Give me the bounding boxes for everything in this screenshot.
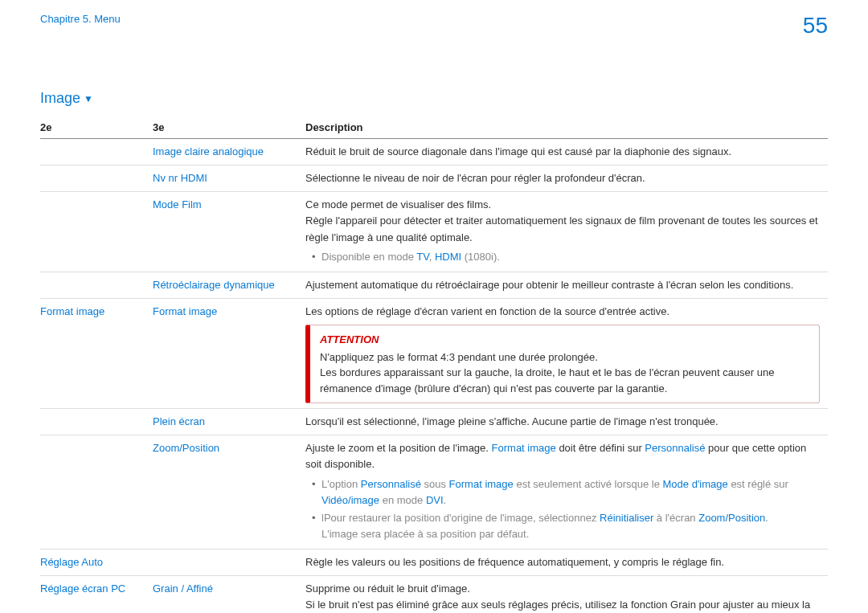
desc-line: Ajuste le zoom et la position de l'image… [305, 440, 820, 472]
description: Réduit le bruit de source diagonale dans… [305, 139, 828, 166]
menu-table: 2e 3e Description Image claire analogiqu… [40, 116, 828, 613]
attention-box: ATTENTION N'appliquez pas le format 4:3 … [305, 325, 820, 403]
table-row: Réglage Auto Règle les valeurs ou les po… [40, 550, 828, 576]
menu-item: Plein écran [153, 415, 205, 427]
desc-line: Règle l'appareil pour détecter et traite… [305, 213, 820, 245]
description: Sélectionne le niveau de noir de l'écran… [305, 166, 828, 192]
header-col-2e: 2e [40, 116, 153, 139]
description: Ce mode permet de visualiser des films. … [305, 192, 828, 272]
header-col-3e: 3e [153, 116, 305, 139]
chapter-label: Chapitre 5. Menu [40, 13, 121, 25]
desc-line: Supprime ou réduit le bruit d'image. [305, 581, 820, 597]
table-row: Rétroéclairage dynamique Ajustement auto… [40, 272, 828, 298]
chevron-down-icon: ▼ [84, 93, 93, 104]
table-row: Réglage écran PC Grain / Affiné Supprime… [40, 576, 828, 613]
desc-line: Si le bruit n'est pas éliminé grâce aux … [305, 597, 820, 613]
table-row: Mode Film Ce mode permet de visualiser d… [40, 192, 828, 272]
attention-line: Les bordures apparaissant sur la gauche,… [320, 365, 809, 396]
menu-item: Format image [40, 305, 104, 317]
description: Les options de réglage d'écran varient e… [305, 298, 828, 408]
attention-line: N'appliquez pas le format 4:3 pendant un… [320, 349, 809, 366]
section-title-text: Image [40, 90, 80, 107]
bullet-item: Disponible en mode TV, HDMI (1080i). [315, 249, 820, 265]
menu-item: Zoom/Position [153, 442, 219, 454]
menu-item: Réglage Auto [40, 556, 103, 568]
description: Supprime ou réduit le bruit d'image. Si … [305, 576, 828, 613]
table-row: Nv nr HDMI Sélectionne le niveau de noir… [40, 166, 828, 192]
description: Ajuste le zoom et la position de l'image… [305, 435, 828, 550]
menu-item: Format image [153, 305, 217, 317]
header-col-desc: Description [305, 116, 828, 139]
menu-item: Rétroéclairage dynamique [153, 279, 275, 291]
bullet-item: L'option Personnalisé sous Format image … [315, 476, 820, 509]
menu-item: Réglage écran PC [40, 582, 125, 595]
attention-title: ATTENTION [320, 332, 809, 348]
table-row: Plein écran Lorsqu'il est sélectionné, l… [40, 409, 828, 435]
menu-item: Image claire analogique [153, 145, 264, 157]
description: Règle les valeurs ou les positions de fr… [305, 550, 828, 576]
bullet-item: lPour restaurer la position d'origine de… [315, 510, 820, 542]
menu-item: Nv nr HDMI [153, 172, 207, 184]
description: Ajustement automatique du rétroéclairage… [305, 272, 828, 298]
desc-line: Les options de réglage d'écran varient e… [305, 304, 820, 320]
menu-item: Grain / Affiné [153, 582, 213, 595]
page-number: 55 [803, 13, 828, 39]
description: Lorsqu'il est sélectionné, l'image plein… [305, 409, 828, 435]
section-title: Image ▼ [40, 90, 828, 107]
table-row: Zoom/Position Ajuste le zoom et la posit… [40, 435, 828, 550]
table-row: Format image Format image Les options de… [40, 298, 828, 408]
menu-item: Mode Film [153, 198, 202, 210]
desc-line: Ce mode permet de visualiser des films. [305, 197, 820, 213]
table-row: Image claire analogique Réduit le bruit … [40, 139, 828, 166]
